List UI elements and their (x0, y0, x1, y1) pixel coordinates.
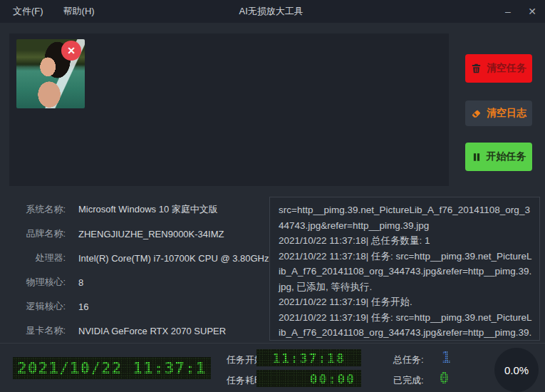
sysinfo-label: 处理器: (10, 252, 66, 264)
progress-indicator: 0.0% (494, 348, 539, 392)
total-tasks-label: 总任务: (393, 354, 424, 366)
log-entry: 2021/10/22 11:37:18| 总任务数量: 1 (279, 233, 532, 249)
trash-icon (471, 63, 482, 74)
clear-tasks-label: 清空任务 (487, 62, 526, 75)
sysinfo-label: 物理核心: (10, 276, 66, 289)
menu-help[interactable]: 帮助(H) (53, 0, 105, 23)
sysinfo-value: 16 (78, 301, 88, 312)
clear-logs-label: 清空日志 (487, 107, 526, 120)
clear-logs-button[interactable]: 清空日志 (465, 100, 532, 126)
pause-icon (472, 152, 482, 163)
sysinfo-label: 品牌名称: (10, 227, 66, 240)
title-bar: 文件(F) 帮助(H) AI无损放大工具 – ✕ (0, 0, 545, 23)
sysinfo-row-os: 系统名称: Microsoft Windows 10 家庭中文版 (0, 197, 269, 222)
sysinfo-label: 显卡名称: (10, 324, 66, 337)
sysinfo-row-gpu: 显卡名称: NVIDIA GeForce RTX 2070 SUPER (0, 319, 269, 343)
menu-file[interactable]: 文件(F) (0, 0, 53, 23)
log-entry: 2021/10/22 11:37:19| 任务开始. (279, 294, 532, 310)
sysinfo-row-cpu: 处理器: Intel(R) Core(TM) i7-10700K CPU @ 3… (0, 246, 269, 270)
sysinfo-row-brand: 品牌名称: ZHENGJIUZHE_REN9000K-34IMZ (0, 222, 269, 246)
completed-tasks-value: 0 (440, 370, 449, 387)
app-window: 文件(F) 帮助(H) AI无损放大工具 – ✕ ✕ 清空任务 清空日志 (0, 0, 545, 392)
led-clock: 2021/10/22 11:37:1 (13, 357, 211, 379)
window-title: AI无损放大工具 (239, 5, 303, 18)
log-entry: 2021/10/22 11:37:19| 任务: src=http__pimg.… (279, 310, 532, 341)
close-button[interactable]: ✕ (525, 6, 539, 17)
status-bar-divider (0, 343, 545, 344)
sysinfo-row-logical-cores: 逻辑核心: 16 (0, 294, 269, 319)
sysinfo-value: NVIDIA GeForce RTX 2070 SUPER (78, 326, 226, 336)
sysinfo-label: 系统名称: (10, 203, 66, 216)
log-entry: 2021/10/22 11:37:18| 任务: src=http__pimg.… (279, 249, 532, 295)
log-panel[interactable]: src=http__pimg.39.net_PictureLib_A_f76_2… (269, 197, 540, 341)
sysinfo-value: Microsoft Windows 10 家庭中文版 (78, 203, 218, 216)
eraser-icon (471, 108, 482, 119)
sysinfo-value: ZHENGJIUZHE_REN9000K-34IMZ (78, 229, 224, 239)
start-task-label: 开始任务 (487, 150, 526, 163)
completed-tasks-label: 已完成: (393, 374, 424, 387)
task-elapsed-display: 00:00 (256, 370, 361, 387)
system-info: 系统名称: Microsoft Windows 10 家庭中文版 品牌名称: Z… (0, 197, 269, 343)
task-thumbnail[interactable]: ✕ (16, 39, 85, 108)
minimize-button[interactable]: – (501, 6, 515, 17)
sysinfo-value: Intel(R) Core(TM) i7-10700K CPU @ 3.80GH… (78, 253, 269, 264)
log-entry: src=http__pimg.39.net_PictureLib_A_f76_2… (279, 202, 532, 233)
task-list-panel: ✕ (9, 33, 449, 186)
remove-task-icon[interactable]: ✕ (61, 41, 81, 61)
start-task-button[interactable]: 开始任务 (465, 143, 532, 171)
total-tasks-value: 1 (442, 349, 451, 366)
clear-tasks-button[interactable]: 清空任务 (465, 54, 532, 83)
sysinfo-row-physical-cores: 物理核心: 8 (0, 270, 269, 294)
sysinfo-label: 逻辑核心: (10, 300, 66, 313)
sysinfo-value: 8 (78, 277, 83, 288)
task-start-time-display: 11:37:18 (256, 349, 361, 366)
window-controls: – ✕ (501, 0, 539, 23)
